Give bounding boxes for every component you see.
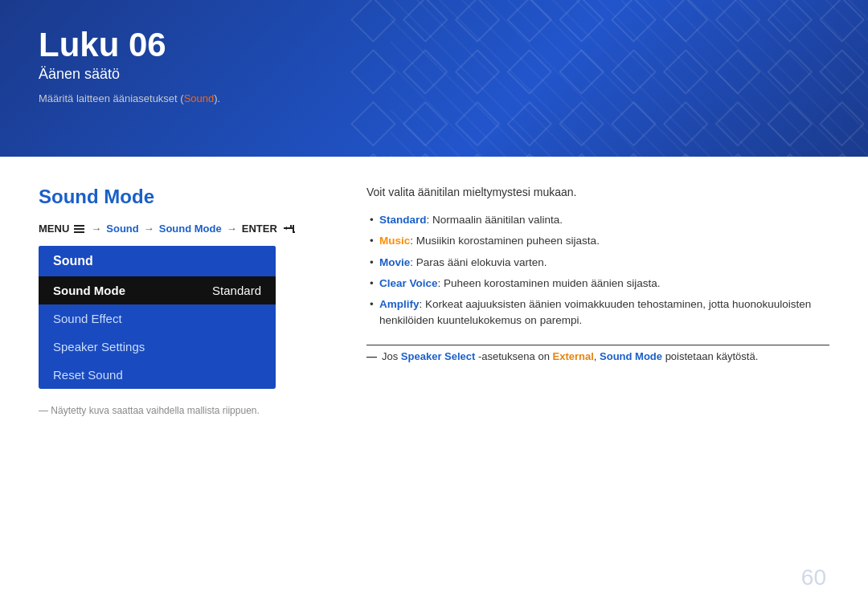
breadcrumb-enter: ENTER — [242, 223, 277, 235]
breadcrumb-arrow3: → — [227, 223, 237, 235]
header-subtitle: Äänen säätö — [39, 66, 829, 83]
term-standard-text: : Normaalin äänitilan valinta. — [427, 214, 563, 226]
main-content: Sound Mode MENU → Sound → Sound Mode → E… — [0, 157, 868, 432]
svg-marker-4 — [284, 227, 287, 230]
header-chapter: Luku 06 — [39, 26, 829, 64]
note-external: External — [552, 350, 593, 362]
bullet-list: Standard: Normaalin äänitilan valinta. M… — [366, 210, 829, 332]
note-speakerselect: Speaker Select — [401, 350, 476, 362]
intro-text: Voit valita äänitilan mieltymystesi muka… — [366, 186, 829, 198]
list-item-standard: Standard: Normaalin äänitilan valinta. — [366, 210, 829, 231]
term-music-text: : Musiikin korostaminen puheen sijasta. — [410, 235, 600, 247]
menu-item-resetsound[interactable]: Reset Sound — [39, 361, 276, 389]
header-banner: Luku 06 Äänen säätö Määritä laitteen ään… — [0, 0, 868, 157]
svg-rect-3 — [290, 225, 292, 229]
menu-item-soundeffect[interactable]: Sound Effect — [39, 304, 276, 333]
left-column: Sound Mode MENU → Sound → Sound Mode → E… — [39, 186, 328, 416]
term-music: Music — [379, 235, 410, 247]
list-item-clearvoice: Clear Voice: Puheen korostaminen muiden … — [366, 273, 829, 294]
svg-rect-6 — [293, 231, 295, 233]
term-clearvoice: Clear Voice — [379, 277, 438, 289]
term-standard: Standard — [379, 214, 427, 226]
menu-item-soundmode-label: Sound Mode — [53, 284, 125, 297]
header-description: Määritä laitteen ääniasetukset (Sound). — [39, 92, 829, 104]
menu-box-header: Sound — [39, 246, 276, 276]
right-column: Voit valita äänitilan mieltymystesi muka… — [366, 186, 829, 416]
term-movie-text: : Paras ääni elokuvia varten. — [410, 256, 547, 268]
term-movie: Movie — [379, 256, 410, 268]
breadcrumb-arrow1: → — [91, 223, 101, 235]
menu-item-soundmode[interactable]: Sound Mode Standard — [39, 276, 276, 304]
breadcrumb-soundmode: Sound Mode — [159, 223, 222, 235]
list-item-movie: Movie: Paras ääni elokuvia varten. — [366, 252, 829, 273]
breadcrumb-sound: Sound — [106, 223, 138, 235]
breadcrumb: MENU → Sound → Sound Mode → ENTER — [39, 223, 328, 235]
menu-box: Sound Sound Mode Standard Sound Effect S… — [39, 246, 276, 389]
term-amplify: Amplify — [379, 298, 420, 310]
note-content: Jos Speaker Select -asetuksena on Extern… — [382, 350, 758, 362]
breadcrumb-arrow2: → — [144, 223, 154, 235]
enter-icon — [282, 223, 297, 235]
list-item-amplify: Amplify: Korkeat aajuuksisten äänien voi… — [366, 294, 829, 332]
section-heading: Sound Mode — [39, 186, 328, 208]
term-amplify-text: : Korkeat aajuuksisten äänien voimakkuud… — [379, 298, 811, 326]
note-dash: — — [366, 350, 377, 362]
menu-item-soundmode-value: Standard — [212, 284, 261, 297]
note-block: — Jos Speaker Select -asetuksena on Exte… — [366, 345, 829, 362]
note-soundmode: Sound Mode — [600, 350, 662, 362]
page-number: 60 — [801, 565, 826, 591]
term-clearvoice-text: : Puheen korostaminen muiden äänien sija… — [438, 277, 661, 289]
breadcrumb-menu: MENU — [39, 223, 69, 235]
menu-icon — [74, 225, 84, 233]
list-item-music: Music: Musiikin korostaminen puheen sija… — [366, 231, 829, 251]
note-bottom: Näytetty kuva saattaa vaihdella mallista… — [39, 405, 328, 416]
menu-item-speakersettings[interactable]: Speaker Settings — [39, 333, 276, 361]
header-link: Sound — [184, 92, 215, 104]
